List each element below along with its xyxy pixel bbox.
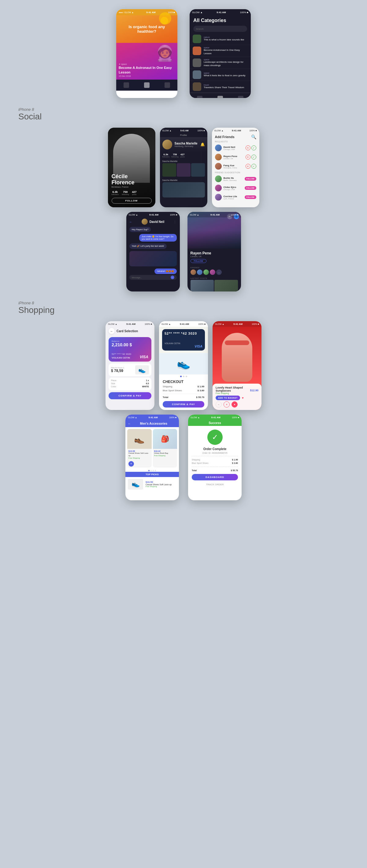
time-display: 9:41 AM — [146, 11, 155, 14]
top-picks-product: 👟 $16.50 Casual Shoes Soft Lace-up Free … — [125, 477, 179, 491]
rayen-actions: ✕ ✓ — [245, 155, 256, 159]
send-button[interactable]: → — [171, 276, 174, 279]
search-icon[interactable]: 🔍 — [251, 134, 256, 139]
cat-tag-0: nature — [204, 36, 244, 38]
product-card-1[interactable]: 👞 $13.99 Casual Shoes Soft Lace-up Free … — [127, 429, 152, 467]
corrina-follow-btn[interactable]: FOLLOW — [245, 195, 256, 199]
product-card-2[interactable]: 🎒 $18.42 Unisex Book Bag Free Shipping — [153, 429, 177, 467]
product-image-2: 🎒 — [153, 429, 177, 449]
rayen-profile-section: Rayen Pene London, UK FOLLOW — [188, 249, 241, 266]
confirm-pay-button[interactable]: CONFIRM & PAY — [108, 392, 152, 399]
decline-btn-2[interactable]: ✕ — [245, 155, 251, 159]
notification-icon[interactable]: 🔔 — [200, 143, 205, 147]
rayen-location: London, UK — [191, 255, 238, 257]
nav-explore[interactable] — [144, 82, 149, 88]
checkout-cancel-btn[interactable]: CANCEL — [159, 409, 208, 410]
success-total-row: Total $ 55.79 — [188, 469, 242, 472]
card-selection-title: Card Selection — [116, 330, 138, 333]
accept-btn-2[interactable]: ✓ — [252, 155, 256, 159]
success-header: Success — [188, 420, 242, 426]
decline-btn[interactable]: ✕ — [245, 146, 251, 150]
category-item-1[interactable]: space Become A Astronaut In One Easy Les… — [190, 45, 251, 57]
top-picks-info: $16.50 Casual Shoes Soft Lace-up Free Sh… — [145, 481, 172, 488]
cat-info-2: space Landscape architects now design fo… — [204, 59, 248, 67]
chike-follow-btn[interactable]: FOLLOW — [245, 186, 256, 190]
back-button[interactable]: ← — [108, 328, 115, 334]
bottom-nav — [116, 80, 177, 91]
status-bar-2: GLOW ▲ 9:41 AM 100% ■ — [190, 9, 251, 15]
cat-info-1: space Become A Astronaut In One Easy Les… — [204, 46, 248, 55]
product-price-row: Lovely Heart Shaped Sunglasses Free Ship… — [215, 386, 259, 394]
battery-text: 100% ■ — [240, 11, 248, 14]
rayen-follow-btn[interactable]: FOLLOW — [191, 259, 206, 263]
friends-avatars-list: ... — [191, 270, 238, 275]
cat-tag-2: space — [204, 59, 248, 61]
nav-home-2[interactable] — [197, 96, 202, 98]
dashboard-button[interactable]: DASHBOARD — [192, 474, 238, 480]
search-bar[interactable]: Search — [193, 26, 247, 32]
status-bar-card: GLOW ▲ 9:41 AM 100% ■ — [105, 321, 155, 327]
add-to-basket-button[interactable]: ADD TO BASKET — [215, 396, 240, 400]
status-bar-chat: GLOW ▲ 9:41 AM 100% ■ — [126, 212, 180, 217]
nav-explore-2[interactable] — [218, 96, 223, 98]
back-arrow-icon[interactable]: ← — [129, 220, 132, 223]
fav-icon[interactable]: ♥ — [232, 401, 238, 407]
status-bar-rayen: GLOW ▲ 9:41 AM 100% ■ — [188, 212, 241, 217]
pstat-following: 759 following — [171, 153, 178, 158]
size-row: Size 6.5 — [111, 382, 149, 384]
follow-button[interactable]: FOLLOW — [112, 198, 152, 204]
heart-icon[interactable]: ♥ — [242, 396, 244, 400]
accept-btn[interactable]: ✓ — [252, 146, 256, 150]
dot-1 — [180, 376, 182, 377]
prev-icon[interactable]: ← — [215, 401, 222, 407]
rayen-post-2 — [214, 280, 238, 291]
success-checkmark: ✓ — [207, 430, 223, 445]
nav-home[interactable] — [124, 82, 129, 88]
buhle-follow-btn[interactable]: FOLLOW — [245, 177, 256, 181]
categories-title: All Categories — [190, 15, 251, 25]
add-to-cart-1[interactable]: + — [129, 461, 134, 467]
products-grid: 👞 $13.99 Casual Shoes Soft Lace-up Free … — [125, 427, 179, 469]
cat-thumb-2 — [193, 59, 201, 67]
success-icon-area: ✓ — [188, 426, 242, 446]
status-bar-success: GLOW ▲ 9:41 AM 100% ■ — [188, 414, 242, 420]
rayen-posts-grid — [188, 280, 241, 291]
back-arrow-mens[interactable]: ← — [128, 422, 131, 425]
phone-card-selection: GLOW ▲ 9:41 AM 100% ■ ← Card Selection B… — [105, 321, 155, 410]
more-options-icon[interactable]: ⋮ — [173, 220, 176, 223]
cdot-2 — [151, 470, 152, 471]
profile-content: CécileFlorence Bordeaux, France 6.3k fol… — [108, 128, 155, 207]
phone-mens-accessories: GLOW ▲ 9:41 AM 100% ■ ← Men's Accessorie… — [125, 414, 179, 500]
checkout-shipping-row: Shipping $ 1.99 — [159, 384, 208, 389]
buhle-avatar — [215, 176, 222, 182]
battery-icon: 100%■ — [168, 11, 175, 13]
cat-info-0: nature This is what a frozen lake sounds… — [204, 36, 244, 41]
rayen-friends: FRIENDS ... — [188, 266, 241, 276]
color-row: Color WHITE — [111, 385, 149, 388]
card-selection-header: ← Card Selection — [105, 327, 155, 335]
chat-input[interactable]: Message... → — [129, 275, 177, 280]
top-picks-product-image: 👟 — [128, 479, 143, 490]
nav-saved[interactable] — [165, 82, 170, 88]
chat-contact-avatar — [142, 219, 148, 225]
section-title-shopping: Shopping — [18, 305, 349, 315]
checkout-confirm-btn[interactable]: CONFIRM & PAY — [163, 401, 204, 407]
category-item-2[interactable]: space Landscape architects now design fo… — [190, 57, 251, 69]
close-icon[interactable]: ✕ — [224, 401, 230, 407]
chat-input-placeholder: Message... — [132, 277, 142, 279]
accept-btn-3[interactable]: ✓ — [252, 164, 256, 169]
product-image-1: 👞 — [127, 429, 152, 449]
friends-title: Add Friends — [215, 135, 235, 139]
nav-saved-2[interactable] — [238, 96, 243, 98]
piece-row: Piece 1 x — [111, 379, 149, 381]
category-item-4[interactable]: travel Travelers Share Their Travel Wisd… — [190, 81, 251, 93]
cat-title-4: Travelers Share Their Travel Wisdom — [204, 86, 244, 89]
category-item-3[interactable]: space What it feels like to float in zer… — [190, 69, 251, 81]
phone-success: GLOW ▲ 9:41 AM 100% ■ Success ✓ Order Co… — [188, 414, 242, 500]
cat-title-1: Become A Astronaut In One Easy Lesson — [204, 49, 248, 55]
track-order-button[interactable]: TRACK ORDER — [188, 482, 242, 487]
more-friends-icon[interactable]: ... — [216, 270, 222, 275]
category-item-0[interactable]: nature This is what a frozen lake sounds… — [190, 33, 251, 45]
decline-btn-3[interactable]: ✕ — [245, 164, 251, 169]
shopping-section-label: iPhone 8 Shopping — [18, 301, 349, 315]
